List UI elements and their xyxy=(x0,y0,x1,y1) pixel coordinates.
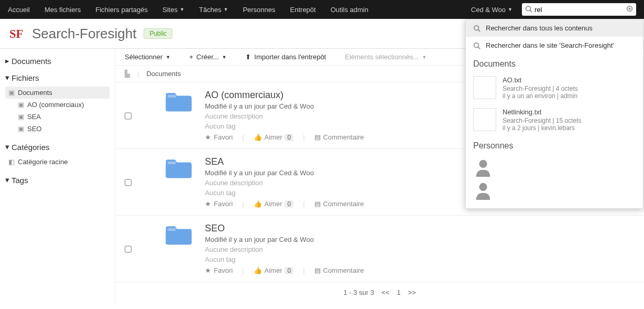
search-result[interactable]: Netlinking.txt Search-Foresight | 15 oct… xyxy=(466,104,643,136)
star-icon: ★ xyxy=(205,267,211,274)
svg-line-1 xyxy=(530,10,532,12)
tree-category-root[interactable]: ◧Catégorie racine xyxy=(5,156,110,168)
favorite-action[interactable]: ★Favori xyxy=(205,133,233,141)
nav-accueil[interactable]: Accueil xyxy=(8,6,30,14)
sidebar-documents-header[interactable]: ▸Documents xyxy=(5,56,110,66)
nav-sites[interactable]: Sites▼ xyxy=(162,6,184,14)
pagination-next[interactable]: >> xyxy=(408,289,416,296)
folder-icon xyxy=(162,156,195,208)
expand-right-icon: ▸ xyxy=(5,56,9,66)
caret-down-icon: ▼ xyxy=(422,55,427,60)
comment-label: Commentaire xyxy=(323,200,364,208)
search-documents-heading: Documents xyxy=(466,54,643,72)
document-modified: Modifié il y a un jour par Ced & Woo xyxy=(205,236,635,243)
pagination-summary: 1 - 3 sur 3 xyxy=(343,289,374,296)
site-logo[interactable]: SF xyxy=(8,25,25,42)
pagination: 1 - 3 sur 3 << 1 >> xyxy=(115,282,644,303)
nav-entrepot[interactable]: Entrepôt xyxy=(290,6,316,14)
result-meta: Search-Foresight | 15 octets xyxy=(503,117,582,124)
search-all-label: Rechercher dans tous les contenus xyxy=(486,24,593,32)
comment-action[interactable]: ▤Commentaire xyxy=(314,200,364,208)
search-icon xyxy=(473,25,481,32)
caret-down-icon: ▼ xyxy=(166,55,170,60)
like-action[interactable]: 👍Aimer0 xyxy=(254,133,294,141)
svg-point-0 xyxy=(526,6,531,10)
nav-outils-admin[interactable]: Outils admin xyxy=(331,6,368,14)
person-result[interactable] xyxy=(473,157,493,177)
favorite-label: Favori xyxy=(214,267,233,274)
nav-sites-label: Sites xyxy=(162,6,178,14)
like-action[interactable]: 👍Aimer0 xyxy=(254,267,294,274)
sidebar-fichiers-header[interactable]: ▾Fichiers xyxy=(5,73,110,82)
selected-label: Eléments sélectionnés... xyxy=(345,53,419,61)
folder-icon: ▣ xyxy=(18,125,24,133)
search-box[interactable] xyxy=(522,3,636,16)
tree-label: Catégorie racine xyxy=(18,158,68,166)
folder-icon xyxy=(162,223,195,274)
row-checkbox[interactable] xyxy=(125,157,132,208)
comment-label: Commentaire xyxy=(323,133,364,141)
svg-point-9 xyxy=(479,160,487,168)
svg-line-8 xyxy=(478,47,481,49)
search-dropdown: Rechercher dans tous les contenus Recher… xyxy=(465,19,643,209)
select-label: Sélectionner xyxy=(125,53,162,61)
svg-point-5 xyxy=(474,25,479,30)
folder-icon xyxy=(162,90,195,141)
breadcrumb-current[interactable]: Documents xyxy=(146,70,181,78)
select-menu[interactable]: Sélectionner ▼ xyxy=(125,53,170,61)
nav-fichiers-partages[interactable]: Fichiers partagés xyxy=(95,6,148,14)
favorite-action[interactable]: ★Favori xyxy=(205,200,233,208)
sidebar-documents-label: Documents xyxy=(12,57,51,66)
nav-taches-label: Tâches xyxy=(199,6,222,14)
user-menu[interactable]: Ced & Woo▼ xyxy=(471,6,512,14)
tree-child[interactable]: ▣SEA xyxy=(15,111,110,123)
document-title[interactable]: SEO xyxy=(205,223,635,234)
clear-search-icon[interactable] xyxy=(626,5,633,14)
visibility-badge: Public xyxy=(144,28,172,39)
pagination-prev[interactable]: << xyxy=(381,289,389,296)
comment-icon: ▤ xyxy=(314,200,321,208)
search-input[interactable] xyxy=(534,6,626,14)
search-persons-heading: Personnes xyxy=(466,136,643,154)
nav-personnes[interactable]: Personnes xyxy=(243,6,275,14)
row-checkbox[interactable] xyxy=(125,224,132,274)
result-meta: il y a 2 jours | kevin.lebars xyxy=(503,124,582,132)
tree-child[interactable]: ▣SEO xyxy=(15,123,110,135)
thumbs-up-icon: 👍 xyxy=(254,200,262,208)
caret-down-icon: ▼ xyxy=(508,7,512,12)
tree-child[interactable]: ▣AO (commerciaux) xyxy=(15,99,110,111)
tree-root-documents[interactable]: ▣Documents xyxy=(5,87,110,99)
row-checkbox[interactable] xyxy=(125,91,132,141)
upload-icon: ⬆ xyxy=(245,53,251,61)
search-result[interactable]: AO.txt Search-Foresight | 4 octets il y … xyxy=(466,72,643,104)
nav-mes-fichiers[interactable]: Mes fichiers xyxy=(45,6,81,14)
folder-icon: ▣ xyxy=(18,113,24,121)
document-row[interactable]: SEOModifié il y a un jour par Ced & WooA… xyxy=(115,216,644,282)
like-label: Aimer xyxy=(265,267,282,274)
sidebar-categories-header[interactable]: ▾Catégories xyxy=(5,142,110,152)
create-menu[interactable]: + Créer... ▼ xyxy=(189,53,226,61)
search-in-site[interactable]: Rechercher dans le site 'Search-Foresigh… xyxy=(466,37,643,54)
like-action[interactable]: 👍Aimer0 xyxy=(254,200,294,208)
topnav-right: Ced & Woo▼ xyxy=(471,3,636,16)
svg-rect-14 xyxy=(166,163,192,178)
person-result[interactable] xyxy=(473,180,493,200)
sidebar: ▸Documents ▾Fichiers ▣Documents ▣AO (com… xyxy=(0,49,115,303)
create-label: Créer... xyxy=(197,53,219,61)
svg-point-7 xyxy=(474,42,479,47)
sidebar-tags-header[interactable]: ▾Tags xyxy=(5,175,110,185)
folder-up-icon[interactable]: ▙ xyxy=(125,70,130,78)
comment-action[interactable]: ▤Commentaire xyxy=(314,267,364,274)
favorite-action[interactable]: ★Favori xyxy=(205,267,233,274)
thumbs-up-icon: 👍 xyxy=(254,267,262,274)
caret-down-icon: ▼ xyxy=(223,7,228,12)
comment-action[interactable]: ▤Commentaire xyxy=(314,133,364,141)
svg-rect-15 xyxy=(168,162,176,164)
svg-line-6 xyxy=(478,29,481,31)
svg-point-10 xyxy=(479,183,487,191)
document-tags: Aucun tag xyxy=(205,255,635,263)
like-label: Aimer xyxy=(265,133,282,141)
import-button[interactable]: ⬆ Importer dans l'entrepôt xyxy=(245,53,326,61)
search-all-contents[interactable]: Rechercher dans tous les contenus xyxy=(466,19,643,37)
nav-taches[interactable]: Tâches▼ xyxy=(199,6,228,14)
